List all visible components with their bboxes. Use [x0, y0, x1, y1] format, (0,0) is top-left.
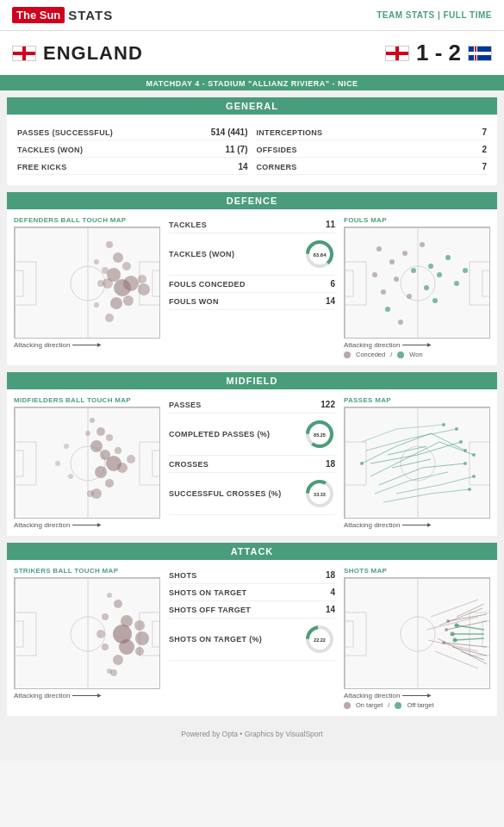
svg-point-127 — [119, 639, 134, 655]
svg-point-67 — [115, 447, 121, 454]
svg-point-69 — [127, 455, 135, 463]
score-eng-flag — [385, 46, 409, 61]
svg-point-164 — [451, 632, 455, 637]
defence-fouls-won-row: FOULS WON 14 — [169, 293, 335, 310]
svg-point-40 — [437, 272, 442, 277]
svg-point-136 — [107, 593, 112, 598]
sun-logo: The Sun — [12, 7, 65, 23]
off-target-legend-dot — [395, 702, 401, 709]
corners-value: 7 — [482, 162, 487, 171]
iceland-flag — [468, 46, 492, 61]
svg-point-44 — [411, 268, 416, 273]
attack-inner: STRIKERS BALL TOUCH MAP — [7, 567, 497, 709]
successful-crosses-donut: 33.33 — [304, 478, 335, 509]
svg-point-167 — [445, 628, 448, 631]
svg-point-43 — [432, 298, 438, 303]
midfield-section: MIDFIELD MIDFIELDERS BALL TOUCH MAP — [7, 372, 497, 536]
defence-fouls-conceded-row: FOULS CONCEDED 6 — [169, 276, 335, 293]
on-target-legend-dot — [344, 702, 351, 709]
completed-passes-donut: 85.25 — [304, 419, 335, 450]
attack-shots-row: SHOTS 18 — [169, 567, 335, 584]
strikers-pitch — [14, 577, 160, 689]
general-section: GENERAL PASSES (SUCCESSFUL) 514 (441) IN… — [7, 97, 497, 185]
svg-text:22.22: 22.22 — [314, 637, 326, 643]
passes-label: PASSES (SUCCESSFUL) — [17, 128, 113, 137]
midfielders-touch-map: MIDFIELDERS BALL TOUCH MAP — [14, 396, 160, 529]
footer: Powered by Opta • Graphics by VisualSpor… — [0, 724, 504, 743]
svg-text:85.25: 85.25 — [314, 432, 326, 438]
england-flag — [12, 46, 36, 61]
svg-point-68 — [117, 463, 128, 473]
svg-point-19 — [138, 283, 150, 295]
stat-freekicks: FREE KICKS 14 — [17, 159, 248, 175]
tackles-value: 11 (7) — [225, 145, 247, 154]
fouls-map: FOULS MAP — [344, 216, 490, 358]
svg-point-20 — [94, 259, 99, 264]
midfielders-map-label: MIDFIELDERS BALL TOUCH MAP — [14, 396, 160, 404]
svg-point-46 — [454, 281, 459, 286]
shots-legend: On target / Off target — [344, 701, 490, 709]
fouls-attacking-dir: Attacking direction — [344, 341, 490, 349]
svg-point-166 — [446, 619, 450, 623]
freekicks-label: FREE KICKS — [17, 163, 67, 171]
attack-stats-mid: SHOTS 18 SHOTS ON TARGET 4 SHOTS OFF TAR… — [165, 567, 339, 709]
mid-passes-row: PASSES 122 — [169, 396, 335, 414]
shots-map-label: SHOTS MAP — [344, 567, 490, 575]
svg-point-16 — [123, 276, 139, 291]
passes-attacking-dir: Attacking direction — [344, 521, 490, 529]
svg-point-58 — [90, 418, 95, 423]
defence-header: DEFENCE — [7, 192, 497, 209]
svg-point-109 — [464, 449, 467, 452]
svg-point-33 — [376, 246, 382, 252]
svg-point-22 — [97, 280, 104, 287]
logo: The Sun STATS — [12, 7, 113, 23]
defence-inner: DEFENDERS BALL TOUCH MAP — [7, 216, 497, 358]
svg-point-41 — [424, 285, 429, 290]
midfield-inner: MIDFIELDERS BALL TOUCH MAP — [7, 396, 497, 529]
mid-crosses-row: CROSSES 18 — [169, 456, 335, 473]
svg-point-73 — [64, 444, 69, 449]
midfielders-pitch — [14, 407, 160, 519]
stat-offsides: OFFSIDES 2 — [257, 142, 488, 158]
shots-map: SHOTS MAP — [344, 567, 490, 709]
attack-shots-off-target-row: SHOTS OFF TARGET 14 — [169, 601, 335, 619]
shots-attacking-dir: Attacking direction — [344, 692, 490, 700]
svg-point-132 — [135, 647, 144, 656]
mid-completed-passes-row: COMPLETED PASSES (%) 85.25 — [169, 414, 335, 456]
svg-point-113 — [468, 488, 471, 491]
team-stats-label: TEAM STATS | FULL TIME — [376, 10, 492, 20]
stat-corners: CORNERS 7 — [257, 159, 488, 175]
passes-map: PASSES MAP — [344, 396, 490, 529]
shots-on-target-donut: 22.22 — [304, 624, 335, 655]
svg-point-163 — [455, 624, 459, 628]
svg-point-74 — [68, 474, 73, 479]
svg-point-133 — [102, 613, 109, 620]
tackles-label: TACKLES (WON) — [17, 146, 83, 154]
svg-point-116 — [472, 475, 476, 478]
offsides-label: OFFSIDES — [257, 146, 297, 154]
strikers-touch-map: STRIKERS BALL TOUCH MAP — [14, 567, 160, 709]
svg-point-18 — [138, 275, 146, 283]
svg-point-137 — [107, 668, 112, 674]
svg-point-108 — [360, 462, 364, 465]
score-area: 1 - 2 — [385, 40, 492, 66]
defenders-map-label: DEFENDERS BALL TOUCH MAP — [14, 216, 160, 224]
attack-shots-on-target-row: SHOTS ON TARGET 4 — [169, 584, 335, 601]
defenders-touch-map: DEFENDERS BALL TOUCH MAP — [14, 216, 160, 358]
svg-point-15 — [122, 262, 131, 270]
won-legend-label: Won — [409, 351, 422, 358]
interceptions-label: INTERCEPTIONS — [257, 128, 323, 137]
svg-point-21 — [94, 302, 99, 308]
svg-point-42 — [445, 255, 451, 260]
tackles-won-donut: 63.64 — [304, 239, 335, 270]
attack-section: ATTACK STRIKERS BALL TOUCH MAP — [7, 543, 497, 716]
stats-logo: STATS — [68, 8, 113, 22]
svg-point-35 — [394, 277, 399, 282]
svg-point-71 — [87, 490, 94, 497]
general-stats-grid: PASSES (SUCCESSFUL) 514 (441) INTERCEPTI… — [7, 121, 497, 178]
svg-point-135 — [96, 630, 105, 638]
offsides-value: 2 — [482, 145, 487, 154]
svg-point-48 — [385, 307, 390, 312]
svg-point-11 — [110, 297, 122, 309]
conceded-legend-label: Conceded — [356, 351, 385, 358]
